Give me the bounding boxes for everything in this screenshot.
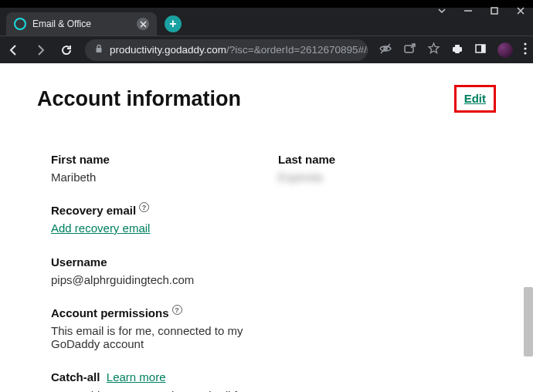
reload-button[interactable]	[59, 42, 74, 58]
url-host: productivity.godaddy.com	[110, 44, 226, 56]
info-icon[interactable]: ?	[139, 202, 149, 212]
lock-icon	[94, 44, 104, 56]
username-value: pips@alphrguidingtech.com	[51, 273, 496, 286]
menu-icon[interactable]	[524, 42, 527, 58]
first-name-label: First name	[51, 153, 267, 166]
tab-email-office[interactable]: Email & Office	[6, 12, 157, 35]
godaddy-favicon-icon	[14, 18, 26, 30]
svg-point-8	[524, 52, 526, 54]
svg-rect-0	[491, 8, 497, 14]
last-name-label: Last name	[278, 153, 496, 166]
svg-rect-5	[481, 45, 485, 52]
star-icon[interactable]	[427, 42, 440, 58]
eye-off-icon[interactable]	[379, 42, 392, 59]
window-close-icon[interactable]	[516, 6, 525, 15]
permissions-value: This email is for me, connected to my Go…	[51, 324, 267, 350]
edit-button[interactable]: Edit	[464, 92, 486, 105]
permissions-label: Account permissions ?	[51, 306, 496, 319]
browser-toolbar: productivity.godaddy.com/?isc=&orderId=2…	[0, 35, 533, 63]
page-content: Account information Edit First name Mari…	[0, 63, 533, 392]
extensions-icon[interactable]	[451, 42, 463, 58]
svg-point-7	[524, 47, 526, 49]
address-bar[interactable]: productivity.godaddy.com/?isc=&orderId=2…	[85, 39, 368, 61]
window-dropdown-icon[interactable]	[437, 6, 446, 15]
window-maximize-icon[interactable]	[490, 6, 499, 15]
window-minimize-icon[interactable]	[463, 6, 473, 15]
sidepanel-icon[interactable]	[474, 42, 487, 58]
page-title: Account information	[37, 87, 241, 111]
username-label: Username	[51, 255, 496, 269]
forward-button[interactable]	[32, 42, 48, 58]
add-recovery-email-link[interactable]: Add recovery email	[51, 221, 150, 235]
last-name-value: Espinola	[278, 171, 496, 184]
catchall-label: Catch-all	[51, 370, 100, 384]
url-path: /?isc=&orderId=2612670895#/mailb…	[226, 44, 368, 56]
tab-close-icon[interactable]	[137, 18, 149, 30]
recovery-email-label: Recovery email ?	[51, 204, 496, 217]
share-icon[interactable]	[403, 42, 416, 58]
back-button[interactable]	[6, 42, 22, 58]
new-tab-button[interactable]: +	[165, 15, 182, 32]
catchall-value: Set up this account as the catch-all for	[51, 389, 283, 392]
catchall-learn-more-link[interactable]: Learn more	[107, 370, 166, 384]
svg-rect-1	[97, 48, 102, 52]
info-icon[interactable]: ?	[172, 305, 182, 315]
svg-point-6	[524, 42, 526, 45]
first-name-value: Maribeth	[51, 171, 267, 184]
tab-title: Email & Office	[32, 19, 91, 29]
profile-avatar[interactable]	[497, 42, 513, 58]
edit-highlight: Edit	[454, 85, 496, 113]
scrollbar-thumb[interactable]	[524, 287, 533, 357]
